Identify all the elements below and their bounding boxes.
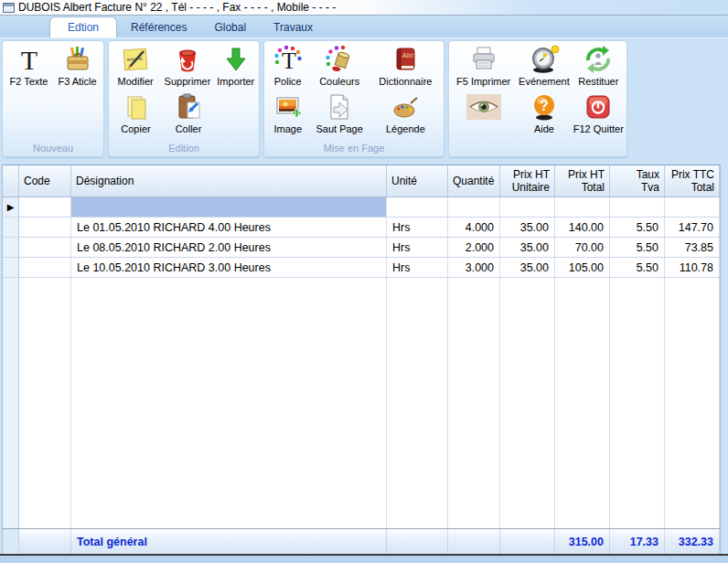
tab-travaux[interactable]: Travaux	[260, 17, 327, 37]
table-row[interactable]: Le 01.05.2010 RICHARD 4.00 Heures Hrs 4.…	[3, 218, 720, 238]
cell-prix-ht-unitaire[interactable]: 35.00	[500, 218, 555, 237]
quitter-button-label: F12 Quitter	[573, 123, 624, 135]
col-header-quantite[interactable]: Quantité	[448, 165, 500, 197]
legende-button[interactable]: Légende	[369, 90, 442, 135]
col-header-unite[interactable]: Unité	[387, 165, 448, 197]
article-button[interactable]: F3 Aticle	[53, 43, 102, 88]
help-icon: ?	[530, 90, 559, 123]
cell-prix-ttc-total[interactable]: 147.70	[665, 218, 720, 237]
cell-prix-ht-unitaire[interactable]: 35.00	[500, 258, 555, 277]
cell-taux-tva[interactable]	[610, 197, 665, 217]
ribbon-group-edition: MODIFIE Modifier	[108, 40, 260, 157]
cell-taux-tva[interactable]: 5.50	[610, 238, 665, 257]
restituer-button[interactable]: Restituer	[573, 43, 625, 88]
col-header-prix-ht-unitaire[interactable]: Prix HT Unitaire	[500, 165, 555, 197]
cell-prix-ttc-total[interactable]	[665, 197, 720, 217]
cell-code[interactable]	[19, 238, 71, 257]
cell-code[interactable]	[19, 197, 71, 217]
cell-prix-ht-total[interactable]: 105.00	[555, 258, 610, 277]
cell-prix-ht-total[interactable]	[555, 197, 610, 217]
palette-icon	[392, 90, 418, 123]
restituer-button-label: Restituer	[578, 76, 618, 88]
table-row[interactable]: Le 08.05.2010 RICHARD 2.00 Heures Hrs 2.…	[3, 238, 720, 258]
cell-designation[interactable]: Le 01.05.2010 RICHARD 4.00 Heures	[71, 218, 387, 237]
col-header-taux-tva[interactable]: Taux Tva	[610, 165, 665, 197]
police-button[interactable]: T Police	[266, 43, 310, 88]
cell-unite[interactable]: Hrs	[387, 218, 448, 237]
app-icon[interactable]	[3, 3, 15, 13]
image-button[interactable]: Image	[266, 90, 310, 135]
cell-prix-ht-total[interactable]: 140.00	[555, 218, 610, 237]
cell-code[interactable]	[19, 218, 71, 237]
quitter-button[interactable]: F12 Quitter	[573, 90, 625, 135]
aide-button-label: Aide	[534, 123, 554, 135]
copier-button[interactable]: Copier	[111, 90, 161, 135]
svg-text:T: T	[282, 48, 296, 74]
cell-quantite[interactable]: 3.000	[448, 258, 500, 277]
cell-unite[interactable]: Hrs	[387, 238, 448, 257]
row-selector[interactable]	[3, 218, 19, 237]
note-pencil-icon: MODIFIE	[121, 43, 150, 76]
couleurs-button[interactable]: Couleurs	[310, 43, 369, 88]
cell-designation[interactable]: Le 10.05.2010 RICHARD 3.00 Heures	[71, 258, 387, 277]
restore-recycle-icon	[583, 43, 613, 76]
importer-button[interactable]: Importer	[215, 43, 257, 88]
power-quit-icon	[583, 90, 613, 123]
cell-unite[interactable]: Hrs	[387, 258, 448, 277]
copier-button-label: Copier	[121, 123, 150, 135]
eye-icon	[466, 90, 501, 123]
trash-icon	[173, 43, 202, 76]
total-taux-tva: 17.33	[610, 529, 665, 554]
supprimer-button[interactable]: Supprimer	[160, 43, 214, 88]
cell-prix-ht-unitaire[interactable]	[500, 197, 555, 217]
tab-edtion[interactable]: Edtion	[49, 16, 117, 37]
cell-taux-tva[interactable]: 5.50	[610, 258, 665, 277]
cell-taux-tva[interactable]: 5.50	[610, 218, 665, 237]
cell-designation[interactable]: Le 08.05.2010 RICHARD 2.00 Heures	[71, 238, 387, 257]
dictionary-book-icon: Abc	[391, 43, 420, 76]
row-selector[interactable]	[3, 238, 19, 257]
police-button-label: Police	[274, 76, 302, 88]
col-header-code[interactable]: Code	[19, 165, 71, 197]
col-header-designation[interactable]: Désignation	[71, 165, 387, 197]
evenement-button[interactable]: Evénement	[516, 43, 572, 88]
row-selector[interactable]	[3, 258, 19, 277]
cell-quantite[interactable]: 4.000	[448, 218, 500, 237]
aide-button[interactable]: ? Aide	[516, 90, 572, 135]
group-caption-edition: Edition	[109, 142, 259, 156]
saut-page-button[interactable]: Saut Page	[310, 90, 369, 135]
coller-button[interactable]: Coller	[161, 90, 216, 135]
grid-empty-area	[3, 278, 720, 528]
svg-text:?: ?	[540, 98, 549, 113]
cell-designation-selected[interactable]	[71, 197, 387, 217]
col-header-prix-ttc-total[interactable]: Prix TTC Total	[665, 165, 720, 197]
cell-code[interactable]	[19, 258, 71, 277]
ribbon-group-nouveau: T F2 Texte	[2, 40, 104, 157]
clock-event-icon	[529, 43, 560, 76]
cell-prix-ht-total[interactable]: 70.00	[555, 238, 610, 257]
legende-button-label: Légende	[386, 123, 425, 135]
modifier-button[interactable]: MODIFIE Modifier	[111, 43, 160, 88]
cell-quantite[interactable]	[448, 197, 500, 217]
cell-unite[interactable]	[387, 197, 448, 217]
cell-prix-ttc-total[interactable]: 73.85	[665, 238, 720, 257]
table-row[interactable]: Le 10.05.2010 RICHARD 3.00 Heures Hrs 3.…	[3, 258, 720, 278]
table-row-new[interactable]: ▶	[3, 197, 720, 218]
cell-prix-ht-unitaire[interactable]: 35.00	[500, 238, 555, 257]
tab-global[interactable]: Global	[200, 17, 260, 37]
application-window: DUBOIS Albert Facture N° 22 , Tél - - - …	[0, 0, 728, 563]
col-header-prix-ht-total[interactable]: Prix HT Total	[555, 165, 610, 197]
cell-prix-ttc-total[interactable]: 110.78	[665, 258, 720, 277]
imprimer-button[interactable]: F5 Imprimer	[451, 43, 516, 88]
col-header-row-selector[interactable]	[3, 165, 19, 197]
texte-button[interactable]: T F2 Texte	[5, 43, 53, 88]
dictionnaire-button[interactable]: Abc Dictionnaire	[369, 43, 442, 88]
ribbon: T F2 Texte	[0, 38, 728, 161]
current-row-marker[interactable]: ▶	[3, 197, 19, 217]
cell-quantite[interactable]: 2.000	[448, 238, 500, 257]
picture-add-icon	[273, 90, 303, 123]
apercu-button[interactable]	[451, 90, 516, 135]
printer-icon	[469, 43, 498, 76]
titlebar: DUBOIS Albert Facture N° 22 , Tél - - - …	[0, 0, 728, 16]
tab-references[interactable]: Références	[117, 17, 200, 37]
